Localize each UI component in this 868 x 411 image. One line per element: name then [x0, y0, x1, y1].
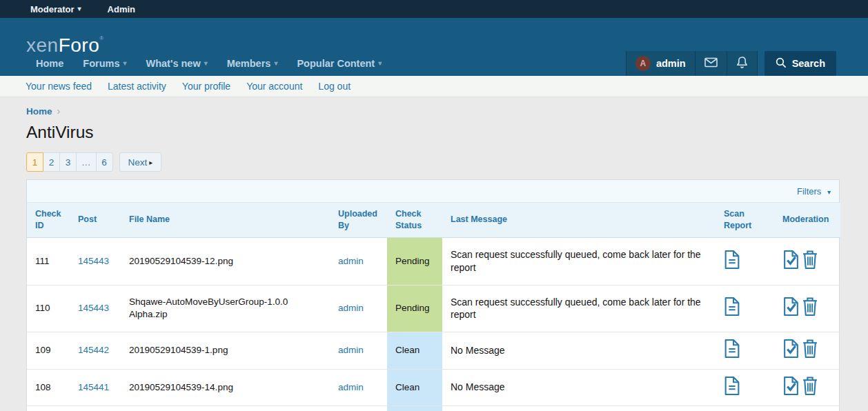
status-badge: Clean [387, 332, 442, 369]
col-header-post: Post [70, 203, 121, 237]
table-header: Check ID Post File Name Uploaded By Chec… [27, 203, 840, 237]
scan-report-icon[interactable] [724, 297, 740, 316]
page-content: Home › AntiVirus 1 2 3 … 6 Next ▸ Filter… [0, 97, 868, 411]
page-title: AntiVirus [26, 123, 840, 142]
page-button-3[interactable]: 3 [59, 152, 77, 172]
uploader-link[interactable]: admin [338, 303, 364, 313]
antivirus-table: Check ID Post File Name Uploaded By Chec… [27, 203, 840, 411]
approve-icon[interactable] [782, 297, 800, 316]
breadcrumb-home-link[interactable]: Home [26, 106, 52, 117]
table-row: 107 145440 20190529104539-9.png admin Cl… [27, 405, 840, 411]
admin-menu-label: Admin [108, 4, 135, 14]
breadcrumb-separator-icon: › [57, 106, 61, 117]
approve-icon[interactable] [782, 377, 800, 395]
uploader-link[interactable]: admin [338, 345, 364, 355]
cell-file-name: 20190529104539-14.png [121, 369, 330, 405]
next-page-button[interactable]: Next ▸ [119, 152, 162, 172]
username-label: admin [656, 58, 686, 69]
table-body: 111 145443 20190529104539-12.png admin P… [27, 237, 840, 411]
main-nav: Home Forums ▾ What's new ▾ Members ▾ Pop… [0, 51, 868, 76]
page-button-6[interactable]: 6 [96, 152, 113, 172]
delete-trash-icon[interactable] [802, 377, 818, 395]
breadcrumb: Home › [26, 106, 840, 117]
col-header-scan-report: Scan Report [716, 203, 774, 237]
account-menu[interactable]: A admin [626, 51, 696, 76]
page-button-2[interactable]: 2 [43, 152, 60, 172]
chevron-down-icon: ▾ [78, 6, 81, 12]
nav-item-members[interactable]: Members ▾ [217, 51, 288, 76]
approve-icon[interactable] [782, 339, 800, 358]
conversations-button[interactable] [696, 51, 727, 76]
filters-toggle[interactable]: Filters ▾ [797, 186, 831, 197]
nav-home-label: Home [36, 58, 63, 69]
subnav-your-account[interactable]: Your account [246, 81, 302, 92]
nav-whats-new-label: What's new [146, 58, 201, 69]
nav-forums-label: Forums [83, 58, 119, 69]
nav-item-whats-new[interactable]: What's new ▾ [137, 51, 217, 76]
uploader-link[interactable]: admin [338, 256, 364, 266]
status-badge: Clean [387, 405, 442, 411]
post-link[interactable]: 145442 [78, 345, 109, 355]
chevron-down-icon: ▾ [123, 60, 126, 67]
cell-check-id: 107 [27, 405, 70, 411]
cell-file-name: 20190529104539-9.png [121, 405, 330, 411]
status-badge: Pending [387, 285, 442, 332]
next-page-label: Next [128, 157, 148, 168]
moderator-menu[interactable]: Moderator ▾ [30, 4, 81, 14]
cell-file-name: 20190529104539-12.png [121, 237, 330, 285]
nav-item-popular-content[interactable]: Popular Content ▾ [287, 51, 391, 76]
table-row: 109 145442 20190529104539-1.png admin Cl… [27, 332, 840, 369]
cell-check-id: 110 [27, 285, 70, 332]
page-ellipsis: … [76, 152, 97, 172]
subnav-log-out[interactable]: Log out [318, 81, 351, 92]
nav-right-tools: A admin [626, 51, 836, 76]
cell-check-id: 111 [27, 237, 70, 285]
table-row: 111 145443 20190529104539-12.png admin P… [27, 237, 840, 285]
antivirus-table-panel: Filters ▾ Check ID Post File Name Upload… [26, 179, 840, 411]
cell-file-name: Shqawe-AutoMoveByUserGroup-1.0.0 Alpha.z… [121, 285, 330, 332]
table-row: 110 145443 Shqawe-AutoMoveByUserGroup-1.… [27, 285, 840, 332]
subnav-your-profile[interactable]: Your profile [182, 81, 230, 92]
delete-trash-icon[interactable] [802, 339, 818, 358]
cell-check-id: 109 [27, 332, 70, 369]
nav-item-home[interactable]: Home [26, 51, 73, 76]
search-icon [776, 57, 792, 70]
scan-report-icon[interactable] [724, 250, 740, 269]
cell-last-message: No Message [442, 332, 716, 369]
admin-menu[interactable]: Admin [108, 4, 135, 14]
col-header-check-status: Check Status [387, 203, 442, 237]
nav-members-label: Members [227, 58, 271, 69]
post-link[interactable]: 145443 [78, 303, 109, 313]
col-header-last-message: Last Message [442, 203, 716, 237]
delete-trash-icon[interactable] [802, 297, 818, 316]
chevron-down-icon: ▾ [274, 60, 277, 67]
approve-icon[interactable] [782, 250, 800, 269]
filters-bar: Filters ▾ [27, 180, 839, 203]
cell-last-message: Scan request successfully queued, come b… [442, 285, 716, 332]
scan-report-icon[interactable] [724, 377, 740, 395]
subnav-your-news-feed[interactable]: Your news feed [26, 81, 92, 92]
logo-registered-mark: ® [99, 35, 103, 41]
cell-last-message: No Message [442, 369, 716, 405]
page-button-1[interactable]: 1 [26, 152, 43, 172]
cell-last-message: No Message [442, 405, 716, 411]
post-link[interactable]: 145443 [78, 256, 109, 266]
nav-item-forums[interactable]: Forums ▾ [73, 51, 136, 76]
cell-check-id: 108 [27, 369, 70, 405]
cell-last-message: Scan request successfully queued, come b… [442, 237, 716, 285]
col-header-uploaded-by: Uploaded By [330, 203, 387, 237]
scan-report-icon[interactable] [724, 339, 740, 358]
visitor-band: A admin [626, 51, 758, 76]
search-button[interactable]: Search [765, 51, 836, 76]
uploader-link[interactable]: admin [338, 382, 364, 392]
post-link[interactable]: 145441 [78, 382, 109, 392]
status-badge: Clean [387, 369, 442, 405]
page-number-group: 1 2 3 … 6 [26, 152, 113, 172]
delete-trash-icon[interactable] [802, 250, 818, 269]
search-button-label: Search [792, 58, 825, 69]
subnav-latest-activity[interactable]: Latest activity [108, 81, 166, 92]
avatar-letter: A [640, 59, 647, 68]
admin-topbar: Moderator ▾ Admin [0, 0, 868, 18]
status-badge: Pending [387, 237, 442, 285]
alerts-button[interactable] [727, 51, 758, 76]
